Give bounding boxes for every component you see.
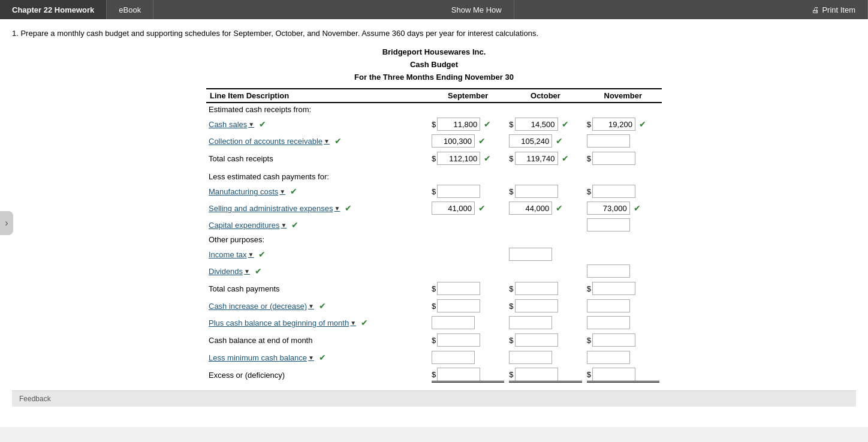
nav-show-me-how[interactable]: Show Me How xyxy=(439,0,514,19)
end-balance-oct-input[interactable] xyxy=(515,333,558,347)
excess-label-cell: Excess or (deficiency) xyxy=(206,366,429,384)
cash-change-sept-cell: $ xyxy=(429,297,507,314)
other-label: Other purposes: xyxy=(206,233,429,246)
total-payments-sept-input[interactable] xyxy=(437,282,480,295)
plus-balance-row: Plus cash balance at beginning of month … xyxy=(206,314,662,331)
nav-ebook[interactable]: eBook xyxy=(107,0,153,19)
collection-row: Collection of accounts receivable ▼ ✔ ✔ … xyxy=(206,133,662,149)
collection-nov-input[interactable] xyxy=(587,134,630,148)
dividends-oct-cell xyxy=(507,263,584,279)
total-payments-sept-cell: $ xyxy=(429,279,507,297)
less-min-oct-input[interactable] xyxy=(509,351,552,364)
collection-oct-input[interactable] xyxy=(509,134,552,148)
cash-change-sept-input[interactable] xyxy=(437,299,480,312)
mfg-nov-cell: $ xyxy=(584,183,662,200)
selling-oct-input[interactable] xyxy=(509,202,552,215)
cash-sales-arrow[interactable]: ▼ xyxy=(248,121,254,128)
capex-dropdown[interactable]: Capital expenditures ▼ xyxy=(209,221,287,230)
selling-dropdown[interactable]: Selling and administrative expenses ▼ xyxy=(209,204,340,213)
selling-arrow[interactable]: ▼ xyxy=(334,205,340,212)
total-payments-oct-input[interactable] xyxy=(515,282,558,295)
total-payments-nov-input[interactable] xyxy=(592,282,635,295)
cash-sales-nov-input[interactable] xyxy=(592,118,635,131)
cash-change-nov-cell xyxy=(584,297,662,314)
excess-sept-input[interactable] xyxy=(437,368,480,381)
collection-sept-input[interactable] xyxy=(432,134,475,148)
total-receipts-row: Total cash receipts $ ✔ $ xyxy=(206,149,662,167)
capex-check: ✔ xyxy=(291,220,299,230)
plus-balance-dropdown[interactable]: Plus cash balance at beginning of month … xyxy=(209,318,356,327)
cash-change-oct-input[interactable] xyxy=(515,299,558,312)
cash-change-dropdown[interactable]: Cash increase or (decrease) ▼ xyxy=(209,302,314,311)
selling-sept-check: ✔ xyxy=(478,203,486,213)
mfg-dropdown[interactable]: Manufacturing costs ▼ xyxy=(209,187,285,196)
total-payments-row: Total cash payments $ $ $ xyxy=(206,279,662,297)
mfg-nov-input[interactable] xyxy=(592,185,635,198)
cash-change-nov-input[interactable] xyxy=(587,299,630,312)
capex-row: Capital expenditures ▼ ✔ xyxy=(206,217,662,233)
total-payments-nov-cell: $ xyxy=(584,279,662,297)
dividends-nov-input[interactable] xyxy=(587,264,630,278)
plus-balance-sept-cell xyxy=(429,314,507,331)
income-tax-row: Income tax ▼ ✔ xyxy=(206,246,662,263)
plus-balance-check: ✔ xyxy=(361,318,368,327)
mfg-sept-input[interactable] xyxy=(437,185,480,198)
cash-change-check: ✔ xyxy=(319,301,326,311)
total-payments-oct-cell: $ xyxy=(507,279,584,297)
cash-sales-nov-check: ✔ xyxy=(639,119,646,129)
income-tax-cell: Income tax ▼ ✔ xyxy=(206,246,429,263)
dividends-check: ✔ xyxy=(255,266,262,276)
capex-arrow[interactable]: ▼ xyxy=(281,222,287,228)
collection-oct-cell: ✔ xyxy=(507,133,584,149)
budget-table: Line Item Description September October … xyxy=(206,88,662,384)
end-balance-nov-input[interactable] xyxy=(592,333,635,347)
income-tax-dropdown[interactable]: Income tax ▼ xyxy=(209,250,254,259)
total-receipts-nov-input[interactable] xyxy=(592,152,635,165)
dividends-dropdown[interactable]: Dividends ▼ xyxy=(209,267,250,276)
selling-nov-input[interactable] xyxy=(587,202,630,215)
income-tax-oct-input[interactable] xyxy=(509,248,552,261)
excess-sept-cell: $ xyxy=(429,366,507,384)
selling-sept-input[interactable] xyxy=(432,202,475,215)
income-tax-arrow[interactable]: ▼ xyxy=(248,251,254,258)
plus-balance-sept-input[interactable] xyxy=(432,316,475,329)
mfg-arrow[interactable]: ▼ xyxy=(279,188,285,195)
capex-nov-input[interactable] xyxy=(587,218,630,231)
mfg-cell: Manufacturing costs ▼ ✔ xyxy=(206,183,429,200)
plus-balance-nov-input[interactable] xyxy=(587,316,630,329)
total-receipts-oct-input[interactable] xyxy=(515,152,558,165)
plus-balance-arrow[interactable]: ▼ xyxy=(350,320,356,326)
plus-balance-oct-input[interactable] xyxy=(509,316,552,329)
less-min-nov-input[interactable] xyxy=(587,351,630,364)
less-min-sept-input[interactable] xyxy=(432,351,475,364)
cash-sales-cell: Cash sales ▼ ✔ xyxy=(206,116,429,133)
collection-dropdown[interactable]: Collection of accounts receivable ▼ xyxy=(209,137,330,146)
less-min-dropdown[interactable]: Less minimum cash balance ▼ xyxy=(209,353,314,362)
section2-label: Less estimated cash payments for: xyxy=(206,167,662,183)
cash-sales-nov-cell: $ ✔ xyxy=(584,116,662,133)
total-receipts-label-cell: Total cash receipts xyxy=(206,149,429,167)
cash-sales-sept-cell: $ ✔ xyxy=(429,116,507,133)
instructions-text: 1. Prepare a monthly cash budget and sup… xyxy=(12,29,856,38)
mfg-oct-input[interactable] xyxy=(515,185,558,198)
cash-sales-oct-input[interactable] xyxy=(515,118,558,131)
plus-balance-oct-cell xyxy=(507,314,584,331)
excess-nov-input[interactable] xyxy=(592,368,635,381)
left-panel-toggle[interactable]: › xyxy=(0,211,13,235)
col-header-sept: September xyxy=(429,89,507,103)
dividends-arrow[interactable]: ▼ xyxy=(244,268,250,275)
end-balance-row: Cash balance at end of month $ $ $ xyxy=(206,331,662,349)
total-receipts-sept-input[interactable] xyxy=(437,152,480,165)
feedback-bar[interactable]: Feedback xyxy=(12,390,856,407)
nav-print-item[interactable]: 🖨 Print Item xyxy=(800,0,868,19)
end-balance-sept-input[interactable] xyxy=(437,333,480,347)
less-min-check: ✔ xyxy=(319,353,326,362)
mfg-row: Manufacturing costs ▼ ✔ $ $ xyxy=(206,183,662,200)
cash-change-arrow[interactable]: ▼ xyxy=(308,303,314,309)
excess-oct-input[interactable] xyxy=(515,368,558,381)
cash-sales-sept-input[interactable] xyxy=(437,118,480,131)
income-tax-check: ✔ xyxy=(258,249,266,259)
collection-arrow[interactable]: ▼ xyxy=(324,138,330,145)
less-min-arrow[interactable]: ▼ xyxy=(308,354,314,361)
cash-sales-dropdown[interactable]: Cash sales ▼ xyxy=(209,120,254,129)
